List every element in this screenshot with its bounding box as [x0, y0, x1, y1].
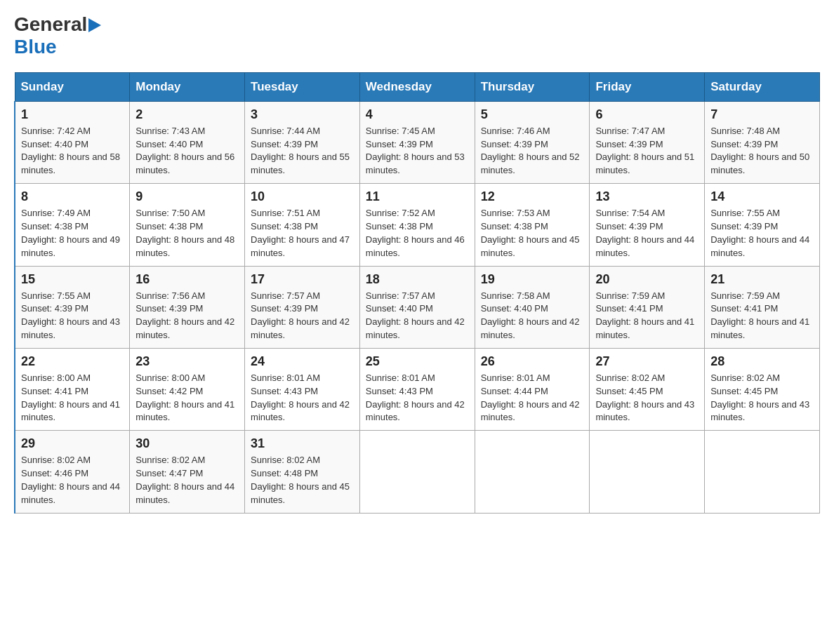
day-number: 7 [710, 107, 814, 122]
day-info: Sunrise: 8:01 AMSunset: 4:43 PMDaylight:… [251, 372, 354, 424]
calendar-cell [705, 431, 820, 513]
weekday-header-row: SundayMondayTuesdayWednesdayThursdayFrid… [15, 72, 820, 101]
calendar-cell: 30 Sunrise: 8:02 AMSunset: 4:47 PMDaylig… [130, 431, 245, 513]
day-number: 22 [21, 354, 124, 369]
day-number: 29 [21, 436, 124, 451]
day-info: Sunrise: 7:59 AMSunset: 4:41 PMDaylight:… [710, 290, 814, 342]
day-info: Sunrise: 7:59 AMSunset: 4:41 PMDaylight:… [595, 290, 699, 342]
calendar-cell: 25 Sunrise: 8:01 AMSunset: 4:43 PMDaylig… [359, 348, 475, 430]
day-number: 12 [481, 189, 584, 204]
day-info: Sunrise: 7:48 AMSunset: 4:39 PMDaylight:… [710, 125, 814, 177]
day-info: Sunrise: 7:57 AMSunset: 4:40 PMDaylight:… [366, 290, 469, 342]
calendar-cell [359, 431, 475, 513]
day-number: 31 [251, 436, 354, 451]
day-info: Sunrise: 8:01 AMSunset: 4:43 PMDaylight:… [366, 372, 469, 424]
day-info: Sunrise: 7:55 AMSunset: 4:39 PMDaylight:… [710, 207, 814, 260]
day-info: Sunrise: 7:54 AMSunset: 4:39 PMDaylight:… [595, 207, 699, 260]
day-number: 20 [595, 272, 699, 287]
day-number: 16 [135, 272, 239, 287]
day-number: 9 [135, 189, 239, 204]
calendar-cell: 4 Sunrise: 7:45 AMSunset: 4:39 PMDayligh… [359, 101, 475, 183]
day-number: 23 [135, 354, 239, 369]
day-number: 26 [481, 354, 584, 369]
calendar-cell: 28 Sunrise: 8:02 AMSunset: 4:45 PMDaylig… [705, 348, 820, 430]
day-info: Sunrise: 7:43 AMSunset: 4:40 PMDaylight:… [135, 125, 239, 177]
day-info: Sunrise: 8:01 AMSunset: 4:44 PMDaylight:… [481, 372, 584, 424]
calendar-cell: 18 Sunrise: 7:57 AMSunset: 4:40 PMDaylig… [359, 266, 475, 348]
day-number: 13 [595, 189, 699, 204]
logo: General Blue [14, 14, 101, 58]
day-info: Sunrise: 7:53 AMSunset: 4:38 PMDaylight:… [481, 207, 584, 260]
weekday-header-monday: Monday [130, 72, 245, 101]
day-number: 6 [595, 107, 699, 122]
day-info: Sunrise: 8:02 AMSunset: 4:45 PMDaylight:… [710, 372, 814, 424]
calendar-cell: 8 Sunrise: 7:49 AMSunset: 4:38 PMDayligh… [15, 184, 130, 266]
calendar-cell: 22 Sunrise: 8:00 AMSunset: 4:41 PMDaylig… [15, 348, 130, 430]
weekday-header-friday: Friday [590, 72, 705, 101]
day-number: 28 [710, 354, 814, 369]
weekday-header-sunday: Sunday [15, 72, 130, 101]
day-info: Sunrise: 8:00 AMSunset: 4:41 PMDaylight:… [21, 372, 124, 424]
day-number: 5 [481, 107, 584, 122]
day-info: Sunrise: 8:02 AMSunset: 4:46 PMDaylight:… [21, 454, 124, 507]
logo-general: General [14, 14, 87, 36]
calendar-cell: 1 Sunrise: 7:42 AMSunset: 4:40 PMDayligh… [15, 101, 130, 183]
svg-marker-0 [88, 18, 101, 32]
calendar-cell: 9 Sunrise: 7:50 AMSunset: 4:38 PMDayligh… [130, 184, 245, 266]
calendar-cell: 17 Sunrise: 7:57 AMSunset: 4:39 PMDaylig… [245, 266, 360, 348]
calendar-week-row: 15 Sunrise: 7:55 AMSunset: 4:39 PMDaylig… [15, 266, 820, 348]
day-info: Sunrise: 8:02 AMSunset: 4:45 PMDaylight:… [595, 372, 699, 424]
day-number: 14 [710, 189, 814, 204]
calendar-cell: 12 Sunrise: 7:53 AMSunset: 4:38 PMDaylig… [475, 184, 590, 266]
day-info: Sunrise: 8:02 AMSunset: 4:48 PMDaylight:… [251, 454, 354, 507]
calendar-cell: 24 Sunrise: 8:01 AMSunset: 4:43 PMDaylig… [245, 348, 360, 430]
calendar-cell: 2 Sunrise: 7:43 AMSunset: 4:40 PMDayligh… [130, 101, 245, 183]
calendar-cell [590, 431, 705, 513]
calendar-cell [475, 431, 590, 513]
logo-blue: Blue [14, 36, 57, 58]
day-number: 27 [595, 354, 699, 369]
calendar-cell: 7 Sunrise: 7:48 AMSunset: 4:39 PMDayligh… [705, 101, 820, 183]
day-number: 30 [135, 436, 239, 451]
day-number: 21 [710, 272, 814, 287]
day-info: Sunrise: 7:44 AMSunset: 4:39 PMDaylight:… [251, 125, 354, 177]
day-number: 1 [21, 107, 124, 122]
day-info: Sunrise: 7:50 AMSunset: 4:38 PMDaylight:… [135, 207, 239, 260]
calendar-cell: 20 Sunrise: 7:59 AMSunset: 4:41 PMDaylig… [590, 266, 705, 348]
day-number: 18 [366, 272, 469, 287]
day-number: 19 [481, 272, 584, 287]
weekday-header-tuesday: Tuesday [245, 72, 360, 101]
calendar-cell: 3 Sunrise: 7:44 AMSunset: 4:39 PMDayligh… [245, 101, 360, 183]
calendar-cell: 13 Sunrise: 7:54 AMSunset: 4:39 PMDaylig… [590, 184, 705, 266]
calendar-cell: 16 Sunrise: 7:56 AMSunset: 4:39 PMDaylig… [130, 266, 245, 348]
day-number: 2 [135, 107, 239, 122]
calendar-cell: 27 Sunrise: 8:02 AMSunset: 4:45 PMDaylig… [590, 348, 705, 430]
day-number: 17 [251, 272, 354, 287]
day-info: Sunrise: 7:45 AMSunset: 4:39 PMDaylight:… [366, 125, 469, 177]
day-number: 4 [366, 107, 469, 122]
day-number: 11 [366, 189, 469, 204]
day-info: Sunrise: 7:52 AMSunset: 4:38 PMDaylight:… [366, 207, 469, 260]
calendar-cell: 19 Sunrise: 7:58 AMSunset: 4:40 PMDaylig… [475, 266, 590, 348]
day-info: Sunrise: 7:57 AMSunset: 4:39 PMDaylight:… [251, 290, 354, 342]
day-number: 8 [21, 189, 124, 204]
weekday-header-saturday: Saturday [705, 72, 820, 101]
day-info: Sunrise: 7:49 AMSunset: 4:38 PMDaylight:… [21, 207, 124, 260]
day-number: 10 [251, 189, 354, 204]
header: General Blue [14, 14, 820, 58]
day-number: 3 [251, 107, 354, 122]
calendar-cell: 29 Sunrise: 8:02 AMSunset: 4:46 PMDaylig… [15, 431, 130, 513]
day-info: Sunrise: 7:56 AMSunset: 4:39 PMDaylight:… [135, 290, 239, 342]
calendar-week-row: 8 Sunrise: 7:49 AMSunset: 4:38 PMDayligh… [15, 184, 820, 266]
calendar-week-row: 22 Sunrise: 8:00 AMSunset: 4:41 PMDaylig… [15, 348, 820, 430]
day-info: Sunrise: 8:02 AMSunset: 4:47 PMDaylight:… [135, 454, 239, 507]
calendar-cell: 6 Sunrise: 7:47 AMSunset: 4:39 PMDayligh… [590, 101, 705, 183]
logo-arrow-icon [88, 18, 101, 32]
calendar-cell: 5 Sunrise: 7:46 AMSunset: 4:39 PMDayligh… [475, 101, 590, 183]
calendar-week-row: 1 Sunrise: 7:42 AMSunset: 4:40 PMDayligh… [15, 101, 820, 183]
calendar-cell: 10 Sunrise: 7:51 AMSunset: 4:38 PMDaylig… [245, 184, 360, 266]
calendar-cell: 15 Sunrise: 7:55 AMSunset: 4:39 PMDaylig… [15, 266, 130, 348]
day-number: 25 [366, 354, 469, 369]
day-info: Sunrise: 8:00 AMSunset: 4:42 PMDaylight:… [135, 372, 239, 424]
day-number: 15 [21, 272, 124, 287]
